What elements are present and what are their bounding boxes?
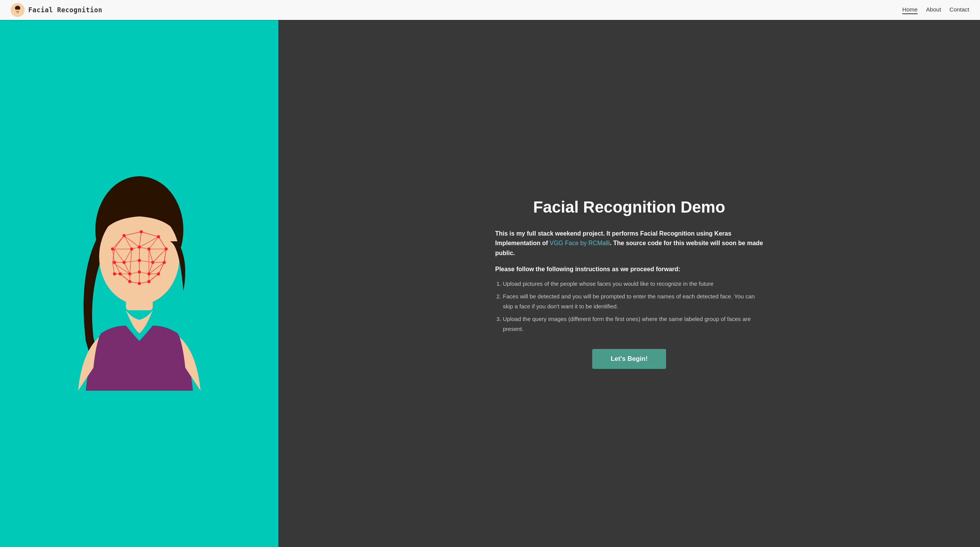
svg-point-69 xyxy=(138,259,141,262)
page-title: Facial Recognition Demo xyxy=(495,198,763,216)
instructions-list: Upload pictures of the people whose face… xyxy=(495,279,763,334)
nav-brand: Facial Recognition xyxy=(11,3,102,17)
nav-logo-icon xyxy=(11,3,24,17)
svg-point-59 xyxy=(147,280,150,283)
svg-point-56 xyxy=(165,247,168,251)
instruction-item-3: Upload the query images (different form … xyxy=(503,314,763,334)
svg-point-54 xyxy=(140,230,143,233)
nav-link-contact[interactable]: Contact xyxy=(949,6,969,14)
svg-point-71 xyxy=(128,272,131,275)
svg-point-53 xyxy=(122,234,126,237)
svg-point-66 xyxy=(138,246,141,249)
svg-point-67 xyxy=(147,247,150,251)
svg-point-70 xyxy=(151,261,154,264)
face-illustration xyxy=(0,20,278,547)
svg-point-65 xyxy=(130,247,133,251)
svg-point-62 xyxy=(119,272,122,275)
svg-point-61 xyxy=(128,280,131,283)
begin-button[interactable]: Let's Begin! xyxy=(592,349,666,369)
svg-point-72 xyxy=(138,270,141,274)
main-content: Facial Recognition Demo This is my full … xyxy=(0,20,980,547)
hero-content: Facial Recognition Demo This is my full … xyxy=(495,198,763,369)
svg-point-74 xyxy=(113,272,116,275)
svg-point-64 xyxy=(111,247,114,251)
svg-point-55 xyxy=(157,235,160,238)
svg-point-57 xyxy=(163,261,166,264)
navbar: Facial Recognition Home About Contact xyxy=(0,0,980,20)
hero-illustration-panel xyxy=(0,20,278,547)
instructions-title: Please follow the following instructions… xyxy=(495,266,763,273)
nav-link-about[interactable]: About xyxy=(926,6,941,14)
hero-content-panel: Facial Recognition Demo This is my full … xyxy=(278,20,980,547)
vgg-link[interactable]: VGG Face by RCMalli xyxy=(550,240,610,246)
svg-point-60 xyxy=(138,282,141,285)
svg-point-63 xyxy=(113,261,116,264)
svg-point-58 xyxy=(157,272,160,275)
svg-point-68 xyxy=(122,261,126,264)
nav-title: Facial Recognition xyxy=(28,6,102,14)
intro-paragraph: This is my full stack weekend project. I… xyxy=(495,229,763,258)
instruction-item-1: Upload pictures of the people whose face… xyxy=(503,279,763,289)
instruction-item-2: Faces will be detected and you will be p… xyxy=(503,292,763,311)
nav-links: Home About Contact xyxy=(902,6,969,14)
nav-link-home[interactable]: Home xyxy=(902,6,918,14)
svg-point-73 xyxy=(147,272,150,275)
